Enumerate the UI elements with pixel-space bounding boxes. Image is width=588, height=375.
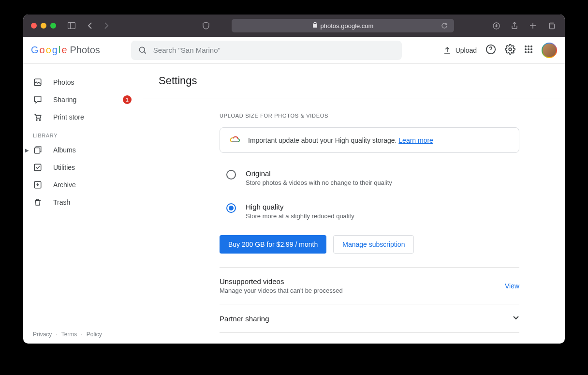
radio-unchecked-icon xyxy=(226,170,236,180)
sidebar-item-utilities[interactable]: Utilities xyxy=(23,159,143,176)
upload-size-heading: UPLOAD SIZE FOR PHOTOS & VIDEOS xyxy=(220,113,519,119)
svg-point-19 xyxy=(39,120,40,120)
help-icon[interactable] xyxy=(485,44,496,57)
browser-chrome: photos.google.com xyxy=(23,15,565,37)
sidebar-item-albums[interactable]: ▶ Albums xyxy=(23,141,143,159)
footer-policy[interactable]: Policy xyxy=(87,331,102,338)
footer-terms[interactable]: Terms xyxy=(61,331,77,338)
unsupported-videos-row: Unsupported videos Manage your videos th… xyxy=(220,268,519,304)
svg-rect-20 xyxy=(34,148,40,153)
svg-point-13 xyxy=(530,48,532,50)
svg-point-7 xyxy=(509,48,512,51)
library-label: LIBRARY xyxy=(23,126,143,141)
back-button[interactable] xyxy=(84,20,96,31)
sidebar-toggle-icon[interactable] xyxy=(66,20,77,31)
svg-point-9 xyxy=(528,45,529,47)
svg-point-5 xyxy=(139,47,145,52)
traffic-lights xyxy=(31,23,56,29)
upload-button[interactable]: Upload xyxy=(443,46,477,55)
svg-point-12 xyxy=(528,48,529,50)
album-icon xyxy=(33,146,43,154)
svg-rect-21 xyxy=(34,164,41,171)
svg-point-14 xyxy=(525,51,527,53)
url-text: photos.google.com xyxy=(321,22,374,30)
storage-notice: Important update about your High quality… xyxy=(220,127,519,153)
radio-checked-icon xyxy=(226,203,236,213)
chat-icon xyxy=(33,95,43,104)
chevron-down-icon xyxy=(513,314,519,323)
search-input[interactable] xyxy=(153,46,395,54)
sidebar-item-print-store[interactable]: Print store xyxy=(23,108,143,126)
upload-icon xyxy=(443,46,452,55)
sharing-badge: 1 xyxy=(123,95,132,104)
close-window-button[interactable] xyxy=(31,23,37,29)
upload-option-high-quality[interactable]: High quality Store more at a slightly re… xyxy=(220,198,519,225)
app-header: Google Photos Upload xyxy=(23,37,565,64)
archive-icon xyxy=(33,180,43,189)
svg-point-15 xyxy=(528,51,529,53)
cart-icon xyxy=(33,113,43,121)
page-title: Settings xyxy=(159,75,565,87)
search-bar[interactable] xyxy=(131,41,402,60)
caret-right-icon: ▶ xyxy=(25,148,29,153)
main-content: Settings UPLOAD SIZE FOR PHOTOS & VIDEOS… xyxy=(143,64,565,344)
svg-rect-0 xyxy=(68,23,75,29)
suggestions-row[interactable]: Suggestions xyxy=(220,333,519,344)
maximize-window-button[interactable] xyxy=(50,23,56,29)
upload-option-original[interactable]: Original Store photos & videos with no c… xyxy=(220,165,519,191)
apps-icon[interactable] xyxy=(524,45,533,56)
minimize-window-button[interactable] xyxy=(41,23,46,29)
trash-icon xyxy=(33,198,43,207)
sidebar-item-sharing[interactable]: Sharing 1 xyxy=(23,91,143,108)
reload-icon[interactable] xyxy=(439,20,450,31)
new-tab-icon[interactable] xyxy=(527,20,539,31)
tabs-icon[interactable] xyxy=(545,20,557,31)
svg-point-18 xyxy=(36,120,37,120)
shield-icon[interactable] xyxy=(200,20,212,31)
sidebar: Photos Sharing 1 Print store LIBRARY ▶ A… xyxy=(23,64,143,344)
buy-storage-button[interactable]: Buy 200 GB for $2.99 / month xyxy=(220,235,326,254)
cloud-icon xyxy=(230,135,240,145)
svg-point-10 xyxy=(530,45,532,47)
svg-point-8 xyxy=(525,45,527,47)
sidebar-item-photos[interactable]: Photos xyxy=(23,74,143,91)
forward-button[interactable] xyxy=(101,20,112,31)
partner-sharing-row[interactable]: Partner sharing xyxy=(220,304,519,332)
learn-more-link[interactable]: Learn more xyxy=(398,136,433,144)
svg-rect-4 xyxy=(549,24,554,29)
sidebar-item-archive[interactable]: Archive xyxy=(23,176,143,194)
settings-icon[interactable] xyxy=(505,44,515,57)
google-photos-logo[interactable]: Google Photos xyxy=(31,45,100,56)
svg-rect-2 xyxy=(313,24,317,28)
svg-point-16 xyxy=(530,51,532,53)
avatar[interactable] xyxy=(542,43,557,58)
footer-privacy[interactable]: Privacy xyxy=(33,331,52,338)
svg-point-11 xyxy=(525,48,527,50)
search-icon xyxy=(138,45,147,55)
browser-window: photos.google.com Google Photos Upload xyxy=(23,15,565,344)
lock-icon xyxy=(312,22,318,30)
check-square-icon xyxy=(33,163,43,172)
footer-links: Privacy· Terms· Policy xyxy=(33,331,102,338)
share-icon[interactable] xyxy=(509,20,520,31)
address-bar[interactable]: photos.google.com xyxy=(232,19,454,32)
manage-subscription-button[interactable]: Manage subscription xyxy=(333,235,414,254)
download-icon[interactable] xyxy=(490,20,502,31)
image-icon xyxy=(33,78,43,87)
view-unsupported-link[interactable]: View xyxy=(505,282,519,290)
sidebar-item-trash[interactable]: Trash xyxy=(23,194,143,211)
